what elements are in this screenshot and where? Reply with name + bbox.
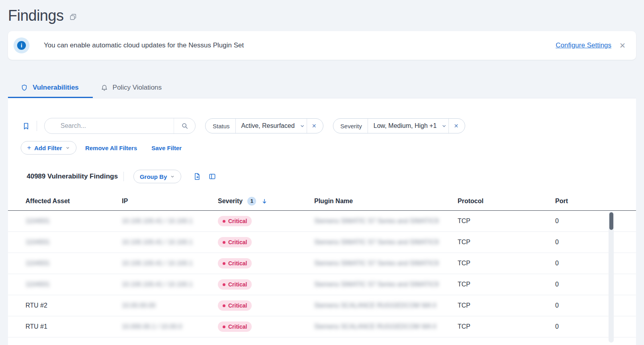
table-body: 1104931 10.100.100.41 / 10.100.1 Critica… [8, 211, 636, 345]
columns-icon[interactable] [208, 172, 216, 180]
cell-plugin-name: Siemens SCALANCE RUGGEDCOM WA Il [314, 323, 458, 330]
cell-plugin-name: Siemens SCALANCE RUGGEDCOM WA Il [314, 302, 458, 309]
cell-port: 0 [555, 302, 636, 309]
findings-count: 40989 Vulnerability Findings [27, 172, 118, 180]
search-box [44, 118, 196, 134]
table-row[interactable]: 1104931 10.100.100.41 / 10.100.1 Critica… [8, 253, 636, 274]
cell-severity: Critical [218, 321, 314, 332]
sort-order-badge: 1 [247, 197, 256, 206]
results-toolbar: 40989 Vulnerability Findings Group By [27, 169, 216, 184]
filter-row: Status Active, Resurfaced ✕ Severity Low… [8, 118, 636, 134]
cell-port: 0 [555, 260, 636, 267]
cell-plugin-name: Siemens SIMATIC S7 Series and SIMATIC9 [314, 218, 458, 225]
column-header-plugin-name[interactable]: Plugin Name [314, 198, 458, 205]
sort-desc-icon[interactable] [261, 198, 268, 205]
pages-icon [69, 13, 77, 21]
banner-message: You can enable automatic cloud updates f… [44, 41, 244, 49]
cell-ip: 10.100.100.41 / 10.100.1 [122, 239, 218, 246]
table-row[interactable]: 1104931 10.100.100.41 / 10.100.1 Critica… [8, 211, 636, 232]
filter-chip-status: Status Active, Resurfaced ✕ [205, 118, 323, 133]
chip-value[interactable]: Active, Resurfaced [236, 122, 298, 129]
cell-port: 0 [555, 218, 636, 225]
severity-badge: Critical [218, 279, 252, 290]
chip-close-icon[interactable]: ✕ [307, 123, 323, 129]
divider [123, 172, 124, 181]
cell-severity: Critical [218, 216, 314, 226]
cell-ip: 10.000.00.1 / 10.00.0 [122, 323, 218, 330]
info-icon: i [14, 37, 29, 53]
chevron-down-icon[interactable] [441, 123, 447, 129]
cell-severity: Critical [218, 279, 314, 290]
cell-plugin-name: Siemens SIMATIC S7 Series and SIMATIC9 [314, 281, 458, 288]
severity-dot-icon [223, 304, 225, 307]
tab-label: Policy Violations [113, 84, 162, 92]
search-input[interactable] [45, 118, 174, 133]
severity-badge: Critical [218, 237, 252, 247]
cell-protocol: TCP [458, 239, 555, 246]
chip-label: Severity [333, 123, 368, 129]
tab-vulnerabilities[interactable]: Vulnerabilities [8, 77, 93, 98]
cell-affected-asset: RTU #2 [25, 302, 122, 309]
cell-ip: 10.100.100.41 / 10.100.1 [122, 281, 218, 288]
search-icon[interactable] [174, 118, 195, 133]
cell-port: 0 [555, 281, 636, 288]
configure-settings-link[interactable]: Configure Settings [556, 41, 611, 49]
table-scrollbar[interactable] [609, 212, 614, 343]
cell-severity: Critical [218, 258, 314, 269]
severity-dot-icon [223, 283, 225, 286]
cell-severity: Critical [218, 300, 314, 311]
add-filter-button[interactable]: + Add Filter [21, 141, 76, 155]
chevron-down-icon [65, 145, 70, 150]
cell-protocol: TCP [458, 281, 555, 288]
chip-value[interactable]: Low, Medium, High +1 [368, 122, 440, 129]
chip-label: Status [206, 123, 235, 129]
cell-severity: Critical [218, 237, 314, 247]
cell-ip: 10.100.100.41 / 10.100.1 [122, 260, 218, 267]
column-header-severity[interactable]: Severity 1 [218, 197, 314, 206]
severity-badge: Critical [218, 258, 252, 269]
group-by-button[interactable]: Group By [133, 170, 181, 183]
chevron-down-icon[interactable] [299, 123, 305, 129]
export-icon[interactable] [193, 172, 201, 180]
chevron-down-icon [170, 174, 175, 179]
notification-banner: i You can enable automatic cloud updates… [8, 31, 636, 60]
column-header-ip[interactable]: IP [122, 198, 218, 205]
table-row[interactable]: RTU #1 10.000.00.1 / 10.00.0 Critical Si… [8, 316, 636, 337]
column-header-affected-asset[interactable]: Affected Asset [25, 198, 122, 205]
cell-protocol: TCP [458, 323, 555, 330]
column-header-port[interactable]: Port [555, 198, 636, 205]
plus-icon: + [27, 144, 31, 152]
filter-chip-severity: Severity Low, Medium, High +1 ✕ [333, 118, 466, 133]
save-filter-button[interactable]: Save Filter [151, 145, 182, 151]
banner-close-icon[interactable]: ✕ [619, 42, 626, 49]
cell-protocol: TCP [458, 260, 555, 267]
tab-bar: Vulnerabilities Policy Violations [8, 77, 173, 98]
table-row[interactable]: 1104931 10.100.100.41 / 10.100.1 Critica… [8, 232, 636, 253]
table-row[interactable]: RTU #2 10.00.00.00 Critical Siemens SCAL… [8, 295, 636, 316]
cell-plugin-name: Siemens SIMATIC S7 Series and SIMATIC9 [314, 260, 458, 267]
cell-affected-asset: 1104931 [25, 239, 122, 246]
content-panel: Status Active, Resurfaced ✕ Severity Low… [8, 98, 636, 345]
severity-dot-icon [223, 262, 225, 265]
cell-affected-asset: 1104931 [25, 218, 122, 225]
scrollbar-thumb[interactable] [609, 212, 613, 230]
severity-dot-icon [223, 241, 225, 244]
chip-close-icon[interactable]: ✕ [449, 123, 465, 129]
remove-all-filters-button[interactable]: Remove All Filters [85, 145, 137, 151]
divider [37, 121, 37, 131]
severity-dot-icon [223, 325, 225, 328]
column-header-protocol[interactable]: Protocol [458, 198, 555, 205]
severity-dot-icon [223, 220, 225, 223]
cell-port: 0 [555, 239, 636, 246]
tab-policy-violations[interactable]: Policy Violations [93, 77, 173, 98]
cell-plugin-name: Siemens SIMATIC S7 Series and SIMATIC9 [314, 239, 458, 246]
shield-icon [21, 84, 28, 91]
cell-port: 0 [555, 323, 636, 330]
cell-ip: 10.100.100.41 / 10.100.1 [122, 218, 218, 225]
tab-label: Vulnerabilities [33, 84, 79, 92]
table-row[interactable]: 1104931 10.100.100.41 / 10.100.1 Critica… [8, 274, 636, 295]
page-title: Findings [8, 7, 64, 24]
table-header: Affected Asset IP Severity 1 Plugin Name… [8, 192, 636, 211]
cell-ip: 10.00.00.00 [122, 302, 218, 309]
bookmark-icon[interactable] [22, 122, 30, 130]
